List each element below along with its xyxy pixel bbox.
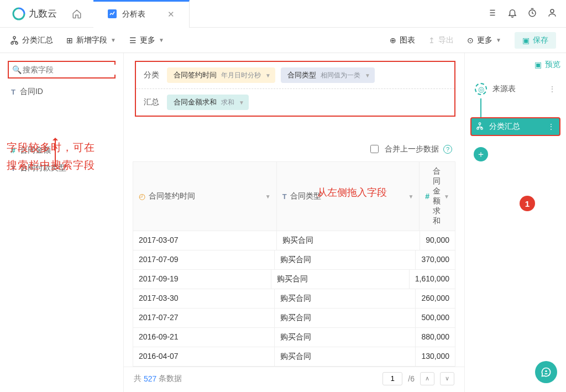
prev-page-button[interactable]: ∧ — [420, 372, 434, 385]
add-field-icon: ⊞ — [66, 36, 73, 45]
svg-point-8 — [481, 127, 483, 129]
page-input[interactable] — [382, 372, 402, 385]
chevron-down-icon[interactable]: ▼ — [265, 72, 271, 79]
merge-option: 合并上一步数据 ? — [124, 139, 464, 161]
clock-icon: ◴ — [139, 192, 145, 201]
chart-button[interactable]: ⊕ 图表 — [390, 35, 415, 45]
close-icon[interactable]: ✕ — [167, 9, 175, 19]
row-count: 527 — [144, 374, 156, 383]
tab-label: 分析表 — [122, 9, 145, 19]
chevron-down-icon: ▼ — [159, 37, 164, 43]
table-row[interactable]: 2017-09-19购买合同1,610,000 — [133, 270, 455, 289]
category-label: 分类 — [144, 70, 167, 80]
summary-label: 汇总 — [144, 97, 167, 107]
user-icon[interactable] — [547, 8, 557, 19]
text-type-icon: T — [11, 88, 15, 96]
page-total: /6 — [408, 374, 415, 383]
table-head: ◴合同签约时间 ▼ T合同类型 ▼ #合同金额求和 ▼ — [133, 162, 455, 231]
svg-point-3 — [13, 36, 15, 39]
chevron-down-icon[interactable]: ▼ — [265, 194, 271, 200]
svg-point-7 — [477, 127, 479, 129]
body: 🔍 T 合同ID 字段较多时，可在 搜索栏中搜索字段 # 合同金额 T 合同付款… — [0, 53, 566, 392]
gear-icon: ⊙ — [467, 36, 474, 45]
plus-circle-icon: ⊕ — [390, 36, 396, 45]
summary-zone[interactable]: 汇总 合同金额求和 求和 ▼ — [136, 88, 454, 116]
chip-contract-type[interactable]: 合同类型 相同值为一类 ▼ — [281, 67, 375, 83]
result-table: ◴合同签约时间 ▼ T合同类型 ▼ #合同金额求和 ▼ 2017-03-07购买… — [133, 161, 455, 367]
group-summary-button[interactable]: 分类汇总 — [10, 35, 53, 45]
chevron-down-icon[interactable]: ▼ — [239, 100, 244, 106]
brand-name: 九数云 — [29, 7, 57, 20]
chat-fab[interactable] — [535, 361, 557, 383]
table-footer: 共 527 条数据 /6 ∧ ∨ — [124, 367, 464, 390]
export-icon: ↥ — [428, 36, 435, 45]
search-icon: 🔍 — [12, 65, 22, 74]
next-page-button[interactable]: ∨ — [440, 372, 454, 385]
group-step-node[interactable]: 分类汇总 ⋮ — [470, 117, 560, 136]
search-input[interactable] — [22, 65, 120, 75]
list-icon[interactable] — [488, 8, 497, 19]
logo: 九数云 — [12, 7, 57, 20]
merge-checkbox[interactable] — [370, 145, 379, 153]
more-icon[interactable]: ⋮ — [547, 122, 555, 131]
more2-button[interactable]: ⊙ 更多 ▼ — [467, 35, 501, 45]
annotation-badge-1: 1 — [520, 196, 535, 211]
svg-point-5 — [15, 42, 18, 44]
col-header[interactable]: ◴合同签约时间 ▼ — [133, 162, 276, 231]
save-button[interactable]: ▣ 保存 — [515, 32, 556, 49]
preview-icon: ▣ — [534, 60, 542, 69]
table-row[interactable]: 2017-03-07购买合同90,000 — [133, 231, 455, 250]
logo-icon — [12, 7, 25, 20]
add-field-button[interactable]: ⊞ 新增字段 ▼ — [66, 35, 116, 45]
table-row[interactable]: 2017-07-27购买合同500,000 — [133, 309, 455, 328]
list-icon: ☰ — [129, 36, 137, 45]
flow-panel: ▣ 预览 ◎ 来源表 ⋮ 分类汇总 ⋮ ＋ 1 — [464, 53, 566, 392]
svg-point-4 — [11, 42, 13, 44]
chevron-down-icon[interactable]: ▼ — [365, 72, 370, 79]
home-button[interactable] — [68, 5, 86, 23]
chip-contract-time[interactable]: 合同签约时间 年月日时分秒 ▼ — [167, 67, 275, 83]
add-step-button[interactable]: ＋ — [474, 147, 488, 161]
table-row[interactable]: 2016-04-07购买合同130,000 — [133, 347, 455, 367]
topbar: 九数云 分析表 ✕ — [0, 0, 566, 28]
help-icon[interactable]: ? — [443, 145, 452, 154]
annotation-drag-hint: 从左侧拖入字段 — [317, 186, 387, 199]
tab-analysis[interactable]: 分析表 ✕ — [93, 0, 190, 28]
merge-label: 合并上一步数据 — [385, 144, 439, 154]
analysis-icon — [108, 9, 117, 20]
chevron-down-icon: ▼ — [496, 37, 501, 43]
annotation-search-tip: 字段较多时，可在 搜索栏中搜索字段 — [7, 139, 95, 174]
pager: /6 ∧ ∨ — [382, 372, 454, 385]
chevron-down-icon[interactable]: ▼ — [408, 194, 413, 200]
table-row[interactable]: 2016-09-21购买合同880,000 — [133, 328, 455, 347]
field-panel: 🔍 T 合同ID 字段较多时，可在 搜索栏中搜索字段 # 合同金额 T 合同付款… — [0, 53, 124, 392]
svg-point-6 — [479, 122, 481, 124]
preview-button[interactable]: ▣ 预览 — [470, 60, 560, 70]
text-type-icon: T — [282, 192, 287, 201]
center-panel: 分类 合同签约时间 年月日时分秒 ▼ 合同类型 相同值为一类 ▼ 汇总 — [124, 53, 464, 392]
bell-icon[interactable] — [507, 8, 517, 19]
group-icon — [476, 122, 484, 132]
category-zone[interactable]: 分类 合同签约时间 年月日时分秒 ▼ 合同类型 相同值为一类 ▼ — [136, 62, 454, 88]
svg-point-9 — [545, 370, 547, 372]
drop-zones: 分类 合同签约时间 年月日时分秒 ▼ 合同类型 相同值为一类 ▼ 汇总 — [135, 61, 455, 117]
export-button[interactable]: ↥ 导出 — [428, 35, 454, 45]
chevron-down-icon: ▼ — [111, 37, 116, 43]
svg-point-2 — [551, 9, 554, 13]
toolbar: 分类汇总 ⊞ 新增字段 ▼ ☰ 更多 ▼ ⊕ 图表 ↥ 导出 ⊙ 更多 ▼ ▣ … — [0, 28, 566, 53]
table-row[interactable]: 2017-07-09购买合同370,000 — [133, 250, 455, 270]
col-header[interactable]: #合同金额求和 ▼ — [419, 162, 455, 231]
timer-icon[interactable] — [527, 8, 537, 19]
number-type-icon: # — [425, 192, 429, 201]
more-icon[interactable]: ⋮ — [548, 85, 556, 93]
chevron-down-icon[interactable]: ▼ — [444, 194, 449, 200]
more-button[interactable]: ☰ 更多 ▼ — [129, 35, 164, 45]
source-node[interactable]: ◎ 来源表 ⋮ — [470, 80, 560, 98]
field-item[interactable]: T 合同ID — [0, 83, 123, 101]
flow-line — [480, 98, 481, 117]
save-icon: ▣ — [522, 36, 530, 45]
chip-amount-sum[interactable]: 合同金额求和 求和 ▼ — [167, 95, 249, 110]
table-row[interactable]: 2017-03-30购买合同260,000 — [133, 289, 455, 309]
search-field-wrap: 🔍 — [8, 61, 116, 79]
target-icon: ◎ — [475, 83, 487, 95]
